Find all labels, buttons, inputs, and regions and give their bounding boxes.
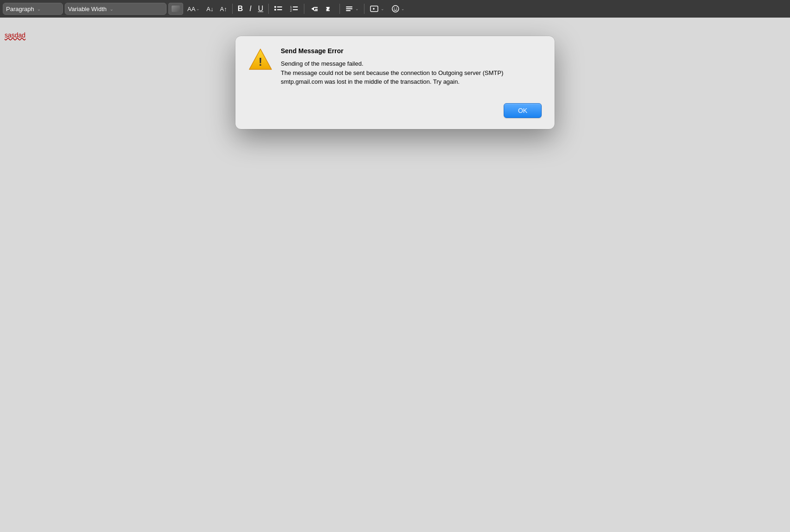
separator-2 — [268, 4, 269, 14]
svg-text:1: 1 — [290, 6, 292, 9]
italic-button[interactable]: I — [247, 3, 253, 15]
dialog-footer: OK — [248, 103, 542, 118]
indent-decrease-icon — [309, 5, 319, 13]
alignment-chevron-icon: ⌄ — [355, 6, 359, 11]
dialog-title: Send Message Error — [281, 47, 542, 55]
separator-5 — [364, 4, 364, 14]
svg-rect-3 — [277, 9, 282, 10]
indent-increase-button[interactable] — [323, 3, 337, 15]
separator-1 — [232, 4, 233, 14]
bullet-list-button[interactable] — [272, 3, 285, 15]
underline-label: U — [258, 5, 264, 13]
separator-4 — [339, 4, 340, 14]
svg-rect-13 — [326, 7, 330, 8]
paragraph-chevron-icon: ⌄ — [37, 6, 41, 12]
svg-rect-18 — [346, 10, 351, 11]
paragraph-style-label: Paragraph — [6, 6, 34, 12]
underline-button[interactable]: U — [256, 3, 266, 15]
svg-rect-9 — [314, 7, 318, 8]
emoji-icon — [391, 5, 400, 13]
dialog-message-line2: The message could not be sent because th… — [281, 69, 503, 86]
svg-text:2: 2 — [290, 9, 292, 12]
text-alignment-button[interactable]: ⌄ — [343, 3, 361, 15]
insert-button[interactable]: ⌄ — [367, 3, 387, 15]
error-dialog: ! Send Message Error Sending of the mess… — [235, 36, 555, 129]
svg-rect-14 — [326, 9, 329, 10]
font-chevron-icon: ⌄ — [110, 6, 113, 12]
svg-point-0 — [274, 6, 276, 8]
color-picker[interactable] — [168, 3, 183, 15]
main-content: sasdad ! Send Message Error — [0, 18, 790, 532]
ok-button[interactable]: OK — [504, 103, 542, 118]
increase-font-button[interactable]: A↑ — [218, 3, 229, 15]
bullet-list-icon — [274, 5, 283, 13]
svg-rect-10 — [315, 9, 318, 10]
svg-point-2 — [274, 9, 276, 11]
color-swatch — [172, 6, 180, 12]
font-size-label: AA — [187, 6, 195, 12]
insert-icon — [370, 5, 380, 13]
bold-button[interactable]: B — [235, 3, 246, 15]
font-select[interactable]: Variable Width ⌄ — [65, 3, 167, 15]
toolbar: Paragraph ⌄ Variable Width ⌄ AA ⌄ A↓ A↑ … — [0, 0, 790, 18]
text-alignment-icon — [345, 5, 354, 13]
svg-rect-15 — [326, 10, 330, 11]
italic-label: I — [249, 5, 251, 13]
increase-font-icon: A↑ — [220, 6, 227, 12]
svg-rect-17 — [346, 8, 352, 9]
warning-icon: ! — [248, 47, 272, 71]
svg-point-22 — [392, 6, 399, 12]
separator-3 — [304, 4, 304, 14]
svg-point-24 — [396, 8, 397, 9]
indent-increase-icon — [325, 5, 334, 13]
dialog-message: Sending of the message failed. The messa… — [281, 59, 542, 87]
font-size-button[interactable]: AA ⌄ — [185, 3, 202, 15]
svg-point-23 — [394, 8, 395, 9]
font-label: Variable Width — [68, 6, 107, 12]
svg-rect-1 — [277, 6, 282, 7]
svg-rect-11 — [314, 10, 318, 11]
dialog-message-line1: Sending of the message failed. — [281, 60, 364, 67]
svg-rect-7 — [293, 9, 298, 10]
bold-label: B — [238, 5, 243, 13]
decrease-font-button[interactable]: A↓ — [204, 3, 216, 15]
modal-overlay: ! Send Message Error Sending of the mess… — [0, 18, 790, 532]
paragraph-style-select[interactable]: Paragraph ⌄ — [3, 3, 63, 15]
numbered-list-icon: 1 2 — [290, 5, 299, 13]
svg-text:!: ! — [259, 56, 262, 68]
font-size-chevron-icon: ⌄ — [196, 6, 200, 11]
emoji-chevron-icon: ⌄ — [401, 6, 405, 11]
svg-rect-5 — [293, 6, 298, 7]
svg-marker-8 — [311, 7, 314, 11]
dialog-content: Send Message Error Sending of the messag… — [281, 47, 542, 87]
emoji-button[interactable]: ⌄ — [389, 3, 407, 15]
svg-rect-16 — [346, 6, 352, 7]
insert-chevron-icon: ⌄ — [381, 6, 384, 11]
indent-decrease-button[interactable] — [307, 3, 321, 15]
numbered-list-button[interactable]: 1 2 — [287, 3, 301, 15]
dialog-header: ! Send Message Error Sending of the mess… — [248, 47, 542, 87]
decrease-font-icon: A↓ — [206, 6, 213, 12]
